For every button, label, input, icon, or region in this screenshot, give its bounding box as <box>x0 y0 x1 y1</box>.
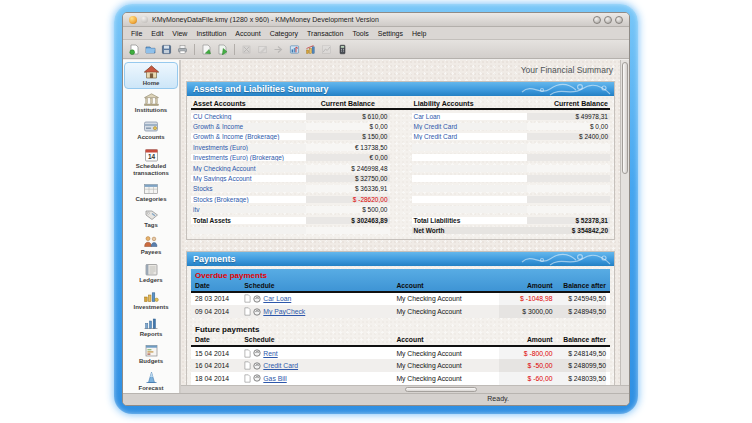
print-icon[interactable] <box>176 43 189 56</box>
asset-account-link[interactable]: Investments (Euro) <box>191 144 306 151</box>
menu-item-category[interactable]: Category <box>270 30 298 37</box>
sidebar-item-forecast[interactable]: Forecast <box>124 368 178 393</box>
payment-account: My Checking Account <box>396 362 499 369</box>
payment-account: My Checking Account <box>396 295 499 302</box>
schedule-cell: Rent <box>244 349 396 358</box>
horizontal-scrollbar-thumb[interactable] <box>405 387 477 392</box>
payment-account: My Checking Account <box>396 308 499 315</box>
sidebar-item-label: Categories <box>135 196 166 203</box>
table-row <box>191 225 390 235</box>
close-button[interactable] <box>615 16 623 24</box>
sidebar-item-ledgers[interactable]: Ledgers <box>124 260 178 286</box>
menu-item-account[interactable]: Account <box>235 30 260 37</box>
reports-icon <box>143 317 159 330</box>
schedule-link[interactable]: Rent <box>263 350 277 357</box>
maximize-button[interactable] <box>604 16 612 24</box>
sidebar-item-payees[interactable]: Payees <box>124 232 178 258</box>
column-header-date: Date <box>195 336 244 343</box>
asset-account-link[interactable]: My Checking Account <box>191 165 306 172</box>
scheduled-transactions-icon: 14 <box>144 148 159 162</box>
sidebar-item-home[interactable]: Home <box>124 62 178 89</box>
investments-view-icon[interactable] <box>304 43 317 56</box>
menu-item-institution[interactable]: Institution <box>196 30 226 37</box>
net-worth-value: $ 354842,20 <box>527 227 610 234</box>
payments-section-title: Payments <box>193 254 236 264</box>
vertical-scrollbar[interactable] <box>620 60 629 385</box>
current-balance-header: Current Balance <box>527 100 610 107</box>
schedule-link[interactable]: Car Loan <box>263 295 291 302</box>
new-transaction-icon[interactable] <box>216 43 229 56</box>
menu-item-edit[interactable]: Edit <box>151 30 163 37</box>
schedule-link[interactable]: My PayCheck <box>263 308 305 315</box>
save-file-icon[interactable] <box>160 43 173 56</box>
column-header-account: Account <box>396 282 499 289</box>
vertical-scrollbar-thumb[interactable] <box>622 62 628 174</box>
schedule-link[interactable]: Credit Card <box>263 362 298 369</box>
column-header-schedule: Schedule <box>244 336 396 343</box>
asset-account-link[interactable]: itv <box>191 206 306 213</box>
balance-value: $ 150,00 <box>306 133 389 140</box>
liability-account-link[interactable]: My Credit Card <box>412 133 527 140</box>
chart-icon[interactable] <box>320 43 333 56</box>
minimize-button[interactable] <box>593 16 601 24</box>
payment-date: 18 04 2014 <box>195 375 244 382</box>
asset-account-link[interactable]: My Savings Account <box>191 175 306 182</box>
sidebar-item-institutions[interactable]: Institutions <box>124 90 178 116</box>
liability-account-link[interactable]: Car Loan <box>412 113 527 120</box>
asset-account-link[interactable]: Stocks <box>191 185 306 192</box>
reports-view-icon[interactable] <box>288 43 301 56</box>
menu-item-file[interactable]: File <box>131 30 142 37</box>
recurrence-icon <box>253 308 261 316</box>
asset-account-link[interactable]: Stocks (Brokerage) <box>191 196 306 203</box>
open-file-icon[interactable] <box>144 43 157 56</box>
schedule-cell: Gas Bill <box>244 374 396 383</box>
schedule-document-icon <box>244 307 251 316</box>
table-row: Stocks (Brokerage)$ -28620,00 <box>191 194 390 204</box>
balance-value: $ 0,00 <box>306 123 389 130</box>
empty-cell <box>527 154 610 161</box>
goto-icon[interactable] <box>272 43 285 56</box>
payment-row: 18 04 2014Gas BillMy Checking Account$ -… <box>191 372 610 385</box>
asset-account-link[interactable]: Investments (Euro) (Brokerage) <box>191 154 306 161</box>
calculator-icon[interactable] <box>336 43 349 56</box>
sidebar-item-reports[interactable]: Reports <box>124 314 178 340</box>
menu-item-view[interactable]: View <box>172 30 187 37</box>
main-panel: Your Financial Summary Assets and Liabil… <box>181 60 629 393</box>
horizontal-scrollbar[interactable] <box>181 385 629 393</box>
table-row <box>412 153 611 163</box>
sidebar-item-budgets[interactable]: Budgets <box>124 341 178 367</box>
sidebar-item-label: Institutions <box>135 107 167 114</box>
payment-balance-after: $ 248099,50 <box>553 359 606 372</box>
edit-icon[interactable] <box>256 43 269 56</box>
menu-item-tools[interactable]: Tools <box>352 30 368 37</box>
table-row: itv$ 500,00 <box>191 205 390 215</box>
titlebar[interactable]: KMyMoneyDataFile.kmy (1280 x 960) - KMyM… <box>123 13 629 27</box>
delete-icon[interactable] <box>240 43 253 56</box>
statusbar: Ready. <box>123 393 629 405</box>
payment-balance-after: $ 248949,50 <box>553 305 606 318</box>
asset-account-link[interactable]: Growth & Income (Brokerage) <box>191 133 306 140</box>
new-account-icon[interactable] <box>200 43 213 56</box>
sidebar-item-categories[interactable]: Categories <box>124 180 178 205</box>
payment-row: 15 04 2014RentMy Checking Account$ -800,… <box>191 347 610 360</box>
asset-account-link[interactable]: CU Checking <box>191 113 306 120</box>
menu-item-transaction[interactable]: Transaction <box>307 30 343 37</box>
sidebar-item-scheduled[interactable]: 14 Scheduled transactions <box>124 145 178 179</box>
app-icon <box>129 16 137 24</box>
column-header-date: Date <box>195 282 244 289</box>
new-file-icon[interactable] <box>128 43 141 56</box>
menu-item-settings[interactable]: Settings <box>378 30 403 37</box>
asset-account-link[interactable]: Growth & Income <box>191 123 306 130</box>
liability-account-link[interactable]: My Credit Card <box>412 123 527 130</box>
menu-item-help[interactable]: Help <box>412 30 426 37</box>
table-row <box>412 163 611 173</box>
schedule-link[interactable]: Gas Bill <box>263 375 286 382</box>
balance-value: $ 0,00 <box>527 123 610 130</box>
sidebar-item-tags[interactable]: Tags <box>124 206 178 231</box>
categories-icon <box>143 183 159 195</box>
sidebar-item-accounts[interactable]: Accounts <box>124 117 178 143</box>
payments-section-header: Payments <box>187 252 614 266</box>
table-row <box>412 173 611 183</box>
overdue-rows: 28 03 2014Car LoanMy Checking Account$ -… <box>191 293 610 318</box>
sidebar-item-investments[interactable]: Investments <box>124 287 178 313</box>
